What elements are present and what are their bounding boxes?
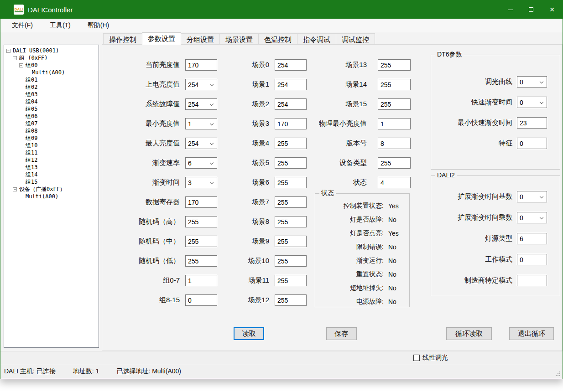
scene-12-label: 场景12: [203, 296, 269, 304]
ext-fade-time-base-select[interactable]: 0: [517, 191, 547, 202]
tab-4[interactable]: 场景设置: [219, 33, 259, 45]
tree-item[interactable]: 组03: [4, 91, 99, 98]
tree-item[interactable]: Multi(A00): [4, 69, 99, 76]
menu-tools[interactable]: 工具(T): [44, 20, 76, 31]
minimize-icon: [508, 10, 513, 10]
tree-item[interactable]: 组09: [4, 134, 99, 142]
tree-item[interactable]: 组04: [4, 98, 99, 105]
scene-10-input[interactable]: [275, 255, 307, 267]
read-button[interactable]: 读取: [234, 327, 264, 340]
tree-item-label: 组09: [26, 134, 37, 142]
exit-loop-button[interactable]: 退出循环: [509, 327, 554, 340]
scene-14-input[interactable]: [378, 79, 411, 90]
resize-grip[interactable]: [555, 371, 561, 377]
fade-running-value: No: [388, 257, 396, 264]
scene-15-label: 场景15: [298, 100, 367, 108]
features-input[interactable]: [517, 138, 547, 149]
tree-item[interactable]: 组12: [4, 156, 99, 164]
menu-help[interactable]: 帮助(H): [82, 20, 115, 31]
version-number-input[interactable]: [378, 138, 411, 149]
status-address-count: 地址数: 1: [73, 367, 99, 376]
tree-item[interactable]: 组07: [4, 120, 99, 127]
tab-2[interactable]: 参数设置: [142, 32, 181, 45]
field-row-data-register: 数据寄存器: [108, 196, 217, 208]
light-source-type-input[interactable]: [517, 233, 547, 244]
fast-fade-time-label: 快速渐变时间: [431, 98, 517, 107]
physical-min-brightness-input[interactable]: [378, 118, 411, 129]
tree-item[interactable]: −组 (0xFF): [4, 54, 99, 62]
min-fast-fade-time-label: 最小快速渐变时间: [431, 119, 517, 127]
group-0-7-label: 组0-7: [108, 276, 180, 285]
tree-item[interactable]: 组13: [4, 164, 99, 171]
collapse-minus-icon[interactable]: −: [19, 63, 23, 67]
loop-read-button[interactable]: 循环读取: [446, 327, 492, 340]
tree-item[interactable]: 组01: [4, 76, 99, 83]
tree-item-label: Multi(A00): [32, 69, 65, 76]
status-row-limit-error: 限制错误:No: [315, 240, 409, 254]
tree-item[interactable]: 组11: [4, 149, 99, 156]
collapse-minus-icon[interactable]: −: [6, 49, 10, 53]
fast-fade-time-select[interactable]: 0: [517, 97, 547, 108]
tree-item-label: 组01: [26, 76, 37, 84]
random-code-high-label: 随机码（高）: [108, 217, 180, 226]
tree-item[interactable]: −设备（广播0xFF）: [4, 186, 99, 193]
field-row-group-0-7: 组0-7: [108, 275, 217, 286]
scene-9-input[interactable]: [275, 236, 307, 247]
status-value-input[interactable]: [378, 177, 411, 188]
scene-8-input[interactable]: [275, 216, 307, 227]
tab-1[interactable]: 操作控制: [103, 33, 142, 45]
tree-item[interactable]: 组10: [4, 142, 99, 149]
operating-mode-input[interactable]: [517, 254, 547, 265]
device-type-input[interactable]: [378, 157, 411, 169]
status-row-short-address-missing: 短地址掉失:No: [315, 281, 409, 295]
power-on-brightness-value: 254: [188, 81, 198, 88]
chevron-down-icon: [540, 195, 543, 198]
tree-item[interactable]: 组06: [4, 113, 99, 120]
tab-5[interactable]: 色温控制: [258, 33, 297, 45]
min-brightness-label: 最小亮度值: [108, 119, 180, 128]
field-row-scene-1: 场景1: [203, 79, 307, 90]
field-row-max-brightness: 最大亮度值254: [108, 138, 217, 149]
scene-15-input[interactable]: [378, 98, 411, 110]
scene-11-input[interactable]: [275, 275, 307, 286]
maximize-button[interactable]: [521, 0, 542, 19]
field-row-scene-8: 场景8: [203, 216, 307, 227]
menu-file[interactable]: 文件(F): [6, 20, 38, 31]
scene-12-input[interactable]: [275, 294, 307, 306]
tree-item-label: 组08: [26, 127, 37, 135]
collapse-minus-icon[interactable]: −: [13, 56, 17, 60]
tree-item[interactable]: 组15: [4, 178, 99, 186]
ext-fade-time-multiplier-select[interactable]: 0: [517, 212, 547, 223]
field-row-scene-3: 场景3: [203, 118, 307, 129]
tree-item[interactable]: −DALI USB(0001): [4, 47, 99, 54]
min-fast-fade-time-input[interactable]: [517, 117, 547, 129]
status-groupbox: 状态 控制装置状态:Yes灯是否故障:No灯是否点亮:Yes限制错误:No渐变运…: [315, 193, 410, 307]
random-code-mid-label: 随机码（中）: [108, 237, 180, 246]
device-tree: −DALI USB(0001)−组 (0xFF)−组00Multi(A00)组0…: [4, 45, 99, 348]
minimize-button[interactable]: [500, 0, 521, 19]
tree-item[interactable]: 组05: [4, 105, 99, 113]
max-brightness-label: 最大亮度值: [108, 139, 180, 148]
field-row-power-on-brightness: 上电亮度值254: [108, 79, 217, 90]
field-row-min-fast-fade-time: 最小快速渐变时间: [431, 117, 560, 129]
manufacturer-mode-input[interactable]: [517, 275, 547, 286]
ext-fade-time-base-value: 0: [520, 193, 523, 201]
close-button[interactable]: ✕: [542, 0, 563, 19]
fade-rate-label: 渐变速率: [108, 159, 180, 167]
linear-dimming-checkbox[interactable]: 线性调光: [413, 354, 448, 362]
dimming-curve-select[interactable]: 0: [517, 76, 547, 88]
chevron-down-icon: [540, 100, 543, 104]
tab-3[interactable]: 分组设置: [181, 33, 220, 45]
tab-7[interactable]: 调试监控: [336, 33, 375, 45]
tree-item[interactable]: 组08: [4, 127, 99, 134]
tree-item[interactable]: −组00: [4, 62, 99, 69]
scene-7-input[interactable]: [275, 196, 307, 208]
tab-6[interactable]: 指令调试: [297, 33, 336, 45]
version-number-label: 版本号: [298, 139, 367, 148]
tree-item[interactable]: 组14: [4, 171, 99, 178]
save-button[interactable]: 保存: [326, 327, 357, 340]
collapse-minus-icon[interactable]: −: [13, 187, 17, 191]
tree-item[interactable]: Multi(A00): [4, 193, 99, 200]
scene-13-input[interactable]: [378, 59, 411, 71]
tree-item[interactable]: 组02: [4, 83, 99, 91]
